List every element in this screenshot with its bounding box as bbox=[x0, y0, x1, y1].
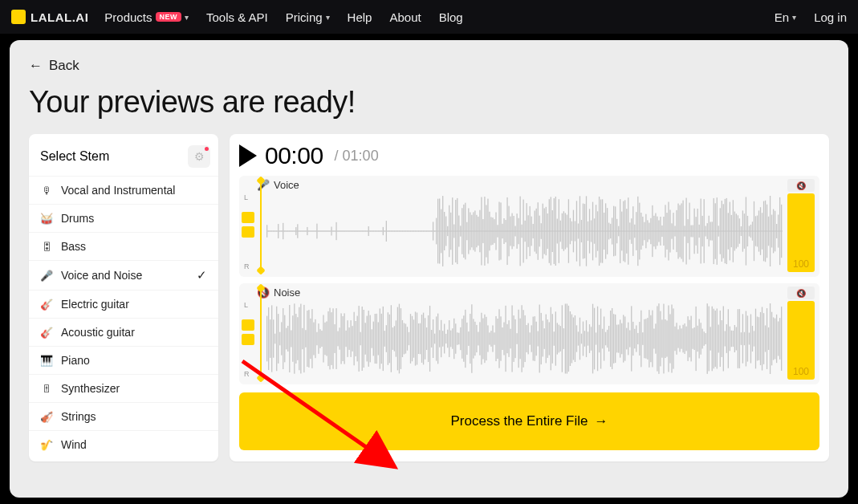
nav-help-label: Help bbox=[348, 10, 372, 24]
svg-rect-140 bbox=[490, 217, 491, 245]
svg-rect-634 bbox=[771, 312, 772, 366]
svg-rect-457 bbox=[486, 317, 486, 360]
playhead[interactable] bbox=[260, 179, 262, 272]
stem-label: Vocal and Instrumental bbox=[61, 184, 175, 197]
svg-rect-633 bbox=[770, 303, 771, 374]
svg-rect-273 bbox=[706, 226, 706, 237]
chevron-down-icon: ▾ bbox=[185, 13, 189, 22]
svg-rect-406 bbox=[404, 323, 405, 355]
mute-button[interactable]: 🔇 bbox=[787, 179, 815, 192]
svg-rect-242 bbox=[655, 213, 656, 250]
svg-rect-566 bbox=[661, 319, 662, 357]
svg-rect-482 bbox=[527, 325, 527, 352]
svg-rect-517 bbox=[583, 322, 584, 356]
svg-rect-54 bbox=[352, 231, 352, 232]
svg-rect-349 bbox=[311, 309, 312, 368]
svg-rect-281 bbox=[718, 226, 719, 236]
svg-rect-637 bbox=[776, 315, 777, 363]
track-noise[interactable]: 🔇Noise L R 🔇 100 bbox=[239, 283, 819, 384]
play-button[interactable] bbox=[239, 144, 257, 167]
svg-rect-519 bbox=[586, 320, 587, 357]
svg-rect-530 bbox=[604, 316, 604, 360]
svg-rect-542 bbox=[623, 315, 624, 362]
stem-item-acoustic-guitar[interactable]: 🎸Acoustic guitar bbox=[29, 318, 218, 346]
stem-item-voice-noise[interactable]: 🎤Voice and Noise✓ bbox=[29, 260, 218, 290]
track-voice[interactable]: 🎤Voice L R 🔇 100 bbox=[239, 176, 819, 277]
stem-sidebar: Select Stem ⚙ 🎙Vocal and Instrumental 🥁D… bbox=[29, 134, 218, 461]
svg-rect-67 bbox=[373, 231, 374, 232]
login-link[interactable]: Log in bbox=[814, 10, 847, 24]
svg-rect-94 bbox=[417, 231, 417, 232]
playhead[interactable] bbox=[260, 287, 262, 380]
svg-rect-571 bbox=[669, 314, 670, 363]
svg-rect-45 bbox=[337, 231, 338, 232]
svg-rect-380 bbox=[362, 307, 363, 371]
stem-item-electric-guitar[interactable]: 🎸Electric guitar bbox=[29, 290, 218, 318]
svg-rect-251 bbox=[669, 209, 670, 252]
svg-rect-608 bbox=[730, 327, 730, 352]
svg-rect-33 bbox=[318, 231, 319, 232]
wind-icon: 🎷 bbox=[40, 438, 53, 451]
language-selector[interactable]: En ▾ bbox=[775, 10, 796, 24]
svg-rect-418 bbox=[423, 313, 424, 365]
svg-rect-460 bbox=[490, 331, 491, 347]
stem-item-strings[interactable]: 🎻Strings bbox=[29, 402, 218, 430]
stem-item-bass[interactable]: 🎛Bass bbox=[29, 232, 218, 260]
back-button[interactable]: ← Back bbox=[29, 58, 79, 74]
nav-help[interactable]: Help bbox=[348, 10, 372, 24]
svg-rect-144 bbox=[497, 225, 498, 237]
svg-rect-280 bbox=[717, 197, 718, 265]
svg-rect-451 bbox=[476, 325, 477, 352]
svg-rect-192 bbox=[575, 221, 575, 241]
svg-rect-421 bbox=[428, 315, 429, 362]
nav-products[interactable]: Products NEW ▾ bbox=[104, 10, 189, 24]
svg-rect-232 bbox=[639, 203, 640, 260]
volume-slider[interactable]: 100 bbox=[787, 301, 815, 380]
svg-rect-476 bbox=[516, 333, 517, 344]
nav-pricing[interactable]: Pricing ▾ bbox=[286, 10, 330, 24]
svg-rect-177 bbox=[551, 197, 551, 265]
stem-item-vocal-instrumental[interactable]: 🎙Vocal and Instrumental bbox=[29, 176, 218, 204]
stem-item-synthesizer[interactable]: 🎚Synthesizer bbox=[29, 374, 218, 402]
svg-rect-515 bbox=[579, 318, 580, 360]
svg-rect-254 bbox=[674, 226, 675, 236]
nav-tools[interactable]: Tools & API bbox=[206, 10, 268, 24]
stem-item-wind[interactable]: 🎷Wind bbox=[29, 430, 218, 458]
svg-rect-393 bbox=[383, 307, 384, 371]
process-file-button[interactable]: Process the Entire File → bbox=[239, 392, 819, 450]
nav-blog[interactable]: Blog bbox=[439, 10, 463, 24]
guitar-icon: 🎸 bbox=[40, 326, 53, 339]
svg-rect-133 bbox=[479, 210, 480, 253]
svg-rect-510 bbox=[571, 315, 572, 364]
volume-slider[interactable]: 100 bbox=[787, 193, 815, 272]
svg-rect-220 bbox=[620, 199, 620, 263]
svg-rect-424 bbox=[433, 319, 433, 358]
svg-rect-11 bbox=[283, 223, 283, 239]
svg-rect-445 bbox=[466, 323, 467, 355]
stem-item-piano[interactable]: 🎹Piano bbox=[29, 346, 218, 374]
svg-rect-245 bbox=[660, 217, 661, 246]
svg-rect-190 bbox=[571, 222, 572, 241]
nav-about[interactable]: About bbox=[389, 10, 421, 24]
svg-rect-109 bbox=[441, 209, 441, 254]
bass-icon: 🎛 bbox=[40, 240, 53, 253]
mute-button[interactable]: 🔇 bbox=[787, 287, 815, 299]
svg-rect-292 bbox=[736, 213, 737, 248]
svg-rect-580 bbox=[684, 323, 685, 354]
svg-rect-422 bbox=[429, 306, 430, 372]
channel-right-label: R bbox=[244, 370, 250, 378]
stem-label: Drums bbox=[61, 212, 94, 225]
settings-button[interactable]: ⚙ bbox=[188, 145, 210, 168]
svg-rect-496 bbox=[549, 322, 550, 355]
svg-rect-535 bbox=[612, 308, 612, 369]
svg-rect-230 bbox=[636, 212, 636, 250]
stem-item-drums[interactable]: 🥁Drums bbox=[29, 204, 218, 232]
svg-rect-72 bbox=[381, 231, 382, 232]
svg-rect-53 bbox=[350, 231, 351, 232]
svg-rect-352 bbox=[316, 332, 317, 345]
svg-rect-561 bbox=[653, 328, 654, 348]
svg-rect-264 bbox=[690, 226, 691, 238]
svg-rect-623 bbox=[754, 331, 754, 346]
svg-rect-565 bbox=[660, 311, 661, 367]
svg-rect-389 bbox=[376, 314, 377, 364]
